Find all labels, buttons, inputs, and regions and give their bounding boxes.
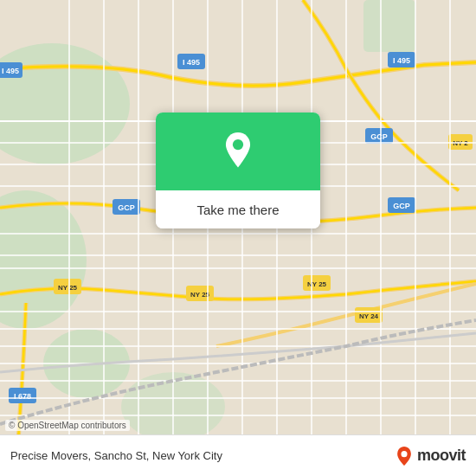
svg-text:I 678: I 678 bbox=[14, 392, 31, 401]
popup-green-section bbox=[156, 113, 320, 190]
svg-text:I 495: I 495 bbox=[2, 67, 19, 75]
svg-text:GCP: GCP bbox=[118, 203, 135, 212]
svg-text:I 495: I 495 bbox=[183, 58, 200, 67]
location-text: Precise Movers, Sancho St, New York City bbox=[10, 449, 222, 462]
take-me-there-button[interactable]: Take me there bbox=[156, 190, 320, 228]
svg-text:GCP: GCP bbox=[370, 132, 388, 141]
svg-text:I 495: I 495 bbox=[393, 56, 410, 65]
bottom-bar: Precise Movers, Sancho St, New York City… bbox=[0, 434, 476, 476]
svg-point-56 bbox=[233, 139, 243, 150]
map-container: I 495 I 495 I 495 GCP GCP GCP NY 25 NY 2… bbox=[0, 0, 476, 476]
popup-card: Take me there bbox=[156, 113, 320, 228]
map-background: I 495 I 495 I 495 GCP GCP GCP NY 25 NY 2… bbox=[0, 0, 476, 476]
svg-text:NY 25: NY 25 bbox=[190, 291, 210, 299]
svg-text:NY 25: NY 25 bbox=[307, 280, 327, 288]
svg-text:NY 25: NY 25 bbox=[58, 284, 78, 292]
svg-rect-4 bbox=[363, 0, 415, 52]
moovit-logo: moovit bbox=[395, 447, 466, 466]
svg-text:NY 24: NY 24 bbox=[359, 312, 379, 320]
popup-button-label: Take me there bbox=[196, 203, 279, 217]
moovit-wordmark: moovit bbox=[417, 447, 466, 465]
svg-point-57 bbox=[401, 451, 407, 457]
map-pin-icon bbox=[219, 132, 257, 170]
osm-attribution: © OpenStreetMap contributors bbox=[5, 420, 130, 431]
svg-text:GCP: GCP bbox=[393, 202, 410, 210]
moovit-pin-icon bbox=[395, 447, 414, 466]
